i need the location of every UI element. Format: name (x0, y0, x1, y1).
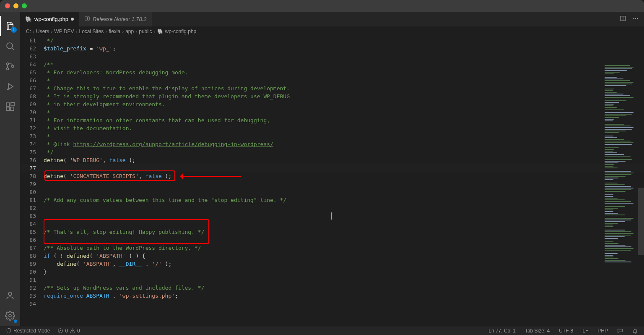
code-editor[interactable]: 61 */62$table_prefix = 'wp_';6364/**65 *… (20, 37, 644, 326)
tab-wp-config[interactable]: 🐘 wp-config.php (20, 12, 79, 26)
language-mode[interactable]: PHP (596, 328, 610, 334)
line-content: * in their development environments. (44, 101, 165, 107)
breadcrumb-segment[interactable]: app (125, 29, 134, 34)
code-line[interactable]: 92/** Sets up WordPress vars and include… (20, 284, 644, 292)
line-content: */ (44, 149, 53, 155)
code-line[interactable]: 78define( 'CONCATENATE_SCRIPTS', false )… (20, 172, 644, 180)
tab-release-notes[interactable]: Release Notes: 1.78.2 (79, 12, 152, 26)
line-number: 83 (20, 212, 44, 220)
extensions-icon[interactable] (0, 97, 20, 117)
code-line[interactable]: 71 * For information on other constants … (20, 116, 644, 124)
code-line[interactable]: 76define( 'WP_DEBUG', false ); (20, 156, 644, 164)
breadcrumb-segment[interactable]: C: (26, 29, 31, 34)
breadcrumb-segment[interactable]: Local Sites (79, 29, 104, 34)
code-line[interactable]: 87/** Absolute path to the WordPress dir… (20, 244, 644, 252)
line-number: 91 (20, 276, 44, 284)
code-line[interactable]: 66 * (20, 76, 644, 84)
svg-rect-6 (6, 107, 10, 110)
svg-point-1 (7, 63, 9, 65)
cursor-position[interactable]: Ln 77, Col 1 (487, 328, 517, 334)
code-line[interactable]: 63 (20, 52, 644, 60)
code-line[interactable]: 70 * (20, 108, 644, 116)
code-line[interactable]: 68 * It is strongly recommended that plu… (20, 92, 644, 100)
scrollbar-thumb[interactable] (638, 188, 644, 255)
line-number: 63 (20, 52, 44, 60)
window-close-dot[interactable] (5, 3, 10, 8)
code-line[interactable]: 81/* Add any custom values between this … (20, 196, 644, 204)
feedback-icon[interactable] (615, 328, 625, 334)
source-control-icon[interactable] (0, 56, 20, 76)
code-line[interactable]: 94 (20, 300, 644, 308)
line-number: 64 (20, 60, 44, 68)
account-icon[interactable] (0, 285, 20, 306)
vertical-scrollbar[interactable] (638, 62, 644, 326)
notifications-icon[interactable] (631, 328, 640, 334)
tab-size[interactable]: Tab Size: 4 (523, 328, 551, 334)
line-content: */ (44, 37, 53, 44)
breadcrumb-segment[interactable]: wp-config.php (165, 29, 197, 34)
code-line[interactable]: 79 (20, 180, 644, 188)
code-line[interactable]: 90} (20, 268, 644, 276)
line-number: 62 (20, 44, 44, 52)
window-maximize-dot[interactable] (22, 3, 27, 8)
code-line[interactable]: 65 * For developers: WordPress debugging… (20, 68, 644, 76)
code-line[interactable]: 62$table_prefix = 'wp_'; (20, 44, 644, 52)
code-line[interactable]: 64/** (20, 60, 644, 68)
explorer-icon[interactable]: 1 (0, 16, 20, 36)
line-number: 94 (20, 300, 44, 308)
line-content: /** Absolute path to the WordPress direc… (44, 245, 201, 251)
breadcrumb-segment[interactable]: flexia (109, 29, 120, 34)
code-line[interactable]: 75 */ (20, 148, 644, 156)
editor-actions (615, 12, 644, 26)
code-line[interactable]: 67 * Change this to true to enable the d… (20, 84, 644, 92)
split-editor-icon[interactable] (620, 15, 626, 24)
encoding[interactable]: UTF-8 (557, 328, 575, 334)
code-line[interactable]: 73 * (20, 132, 644, 140)
explorer-badge: 1 (11, 27, 17, 33)
line-number: 84 (20, 220, 44, 228)
code-line[interactable]: 69 * in their development environments. (20, 100, 644, 108)
php-file-icon: 🐘 (157, 29, 164, 34)
line-content: * It is strongly recommended that plugin… (44, 93, 290, 99)
line-number: 93 (20, 292, 44, 300)
code-line[interactable]: 82 (20, 204, 644, 212)
breadcrumb[interactable]: C:›Users›WP DEV›Local Sites›flexia›app›p… (20, 26, 644, 37)
line-number: 71 (20, 116, 44, 124)
code-line[interactable]: 80 (20, 188, 644, 196)
code-line[interactable]: 72 * visit the documentation. (20, 124, 644, 132)
tab-bar: 🐘 wp-config.php Release Notes: 1.78.2 (20, 12, 644, 26)
line-content: define( 'WP_DEBUG', false ); (44, 157, 135, 163)
code-line[interactable]: 77 (20, 164, 644, 172)
more-actions-icon[interactable] (632, 15, 639, 24)
run-debug-icon[interactable] (0, 76, 20, 97)
svg-rect-5 (6, 103, 10, 106)
code-line[interactable]: 86 (20, 236, 644, 244)
line-number: 78 (20, 172, 44, 180)
breadcrumb-segment[interactable]: public (139, 29, 152, 34)
line-number: 81 (20, 196, 44, 204)
breadcrumb-segment[interactable]: WP DEV (54, 29, 74, 34)
breadcrumb-segment[interactable]: Users (36, 29, 49, 34)
code-line[interactable]: 93require_once ABSPATH . 'wp-settings.ph… (20, 292, 644, 300)
preview-icon (84, 16, 90, 23)
search-icon[interactable] (0, 36, 20, 56)
code-line[interactable]: 88if ( ! defined( 'ABSPATH' ) ) { (20, 252, 644, 260)
code-line[interactable]: 83 (20, 212, 644, 220)
restricted-mode-indicator[interactable]: Restricted Mode (4, 328, 52, 334)
line-number: 86 (20, 236, 44, 244)
code-line[interactable]: 85/* That's all, stop editing! Happy pub… (20, 228, 644, 236)
window-minimize-dot[interactable] (13, 3, 18, 8)
settings-gear-icon[interactable] (0, 306, 20, 326)
code-line[interactable]: 84 (20, 220, 644, 228)
problems-indicator[interactable]: 0 0 (56, 328, 81, 334)
code-line[interactable]: 74 * @link https://wordpress.org/support… (20, 140, 644, 148)
code-line[interactable]: 61 */ (20, 37, 644, 44)
line-content: /* Add any custom values between this li… (44, 197, 286, 203)
code-line[interactable]: 91 (20, 276, 644, 284)
svg-point-10 (9, 314, 11, 317)
svg-point-9 (8, 292, 12, 296)
line-number: 68 (20, 92, 44, 100)
eol[interactable]: LF (581, 328, 590, 334)
line-number: 74 (20, 140, 44, 148)
code-line[interactable]: 89 define( 'ABSPATH', __DIR__ . '/' ); (20, 260, 644, 268)
